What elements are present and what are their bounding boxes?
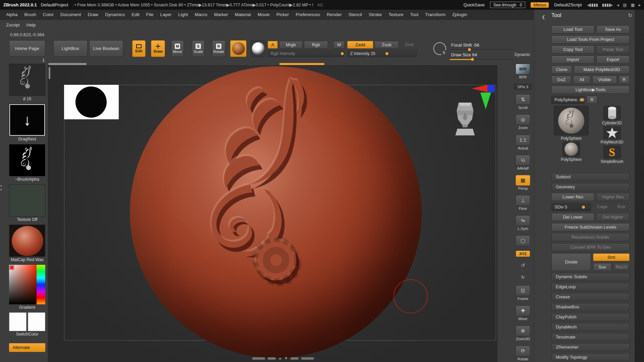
tool-thumbnail[interactable]: [562, 142, 580, 157]
rgb-intensity-slider[interactable]: Rgb Intensity: [268, 50, 344, 57]
del-lower-button[interactable]: Del Lower: [551, 213, 594, 221]
right-shelf-icon[interactable]: ◎: [516, 114, 530, 125]
menu-item[interactable]: Preferences: [292, 12, 324, 17]
mrgb-button[interactable]: Mrgb: [279, 41, 303, 49]
right-shelf-icon[interactable]: BPR: [516, 64, 530, 74]
zadd-button[interactable]: Zadd: [347, 41, 373, 49]
draw-button[interactable]: Draw: [151, 40, 165, 57]
subpalette-header[interactable]: ZRemesher: [551, 343, 630, 351]
lower-res-button[interactable]: Lower Res: [551, 193, 594, 201]
copy-tool-button[interactable]: Copy Tool: [551, 46, 594, 54]
edit-button[interactable]: Edit: [132, 40, 146, 57]
reuv-button[interactable]: ReUV: [613, 263, 630, 271]
stroke-thumbnail[interactable]: ↓: [9, 104, 45, 136]
tool-thumbnail[interactable]: [603, 106, 621, 120]
load-tools-from-project-button[interactable]: Load Tools From Project: [551, 36, 630, 44]
right-shelf-icon[interactable]: ✚: [516, 305, 530, 316]
goz-visible-button[interactable]: Visible: [592, 76, 617, 84]
material-selector[interactable]: MatCap Red Wax: [9, 225, 45, 263]
right-shelf-icon[interactable]: ⟳: [516, 346, 530, 356]
menu-item[interactable]: Draw: [85, 12, 102, 17]
slider-handle[interactable]: [582, 206, 585, 209]
menu-item[interactable]: Material: [231, 12, 254, 17]
slider-handle[interactable]: [341, 52, 344, 55]
right-shelf-button[interactable]: SPix 3: [514, 84, 532, 90]
menus-toggle-button[interactable]: Menus: [531, 2, 549, 8]
move-button[interactable]: M Move: [171, 40, 184, 57]
right-shelf-button[interactable]: 1:1 Actual: [516, 135, 530, 150]
alternate-button[interactable]: Alternate: [9, 343, 45, 352]
menu-item[interactable]: Render: [323, 12, 345, 17]
right-shelf-button[interactable]: ▢: [516, 235, 530, 246]
lightbox-button[interactable]: LightBox: [53, 40, 88, 57]
palette-collapse-icon[interactable]: ❮: [542, 14, 545, 19]
right-shelf-button[interactable]: ⇅ Scroll: [516, 94, 530, 110]
stroke-selector[interactable]: ↓ DragRect: [9, 104, 45, 142]
right-shelf-icon[interactable]: ⊥: [516, 195, 530, 206]
subpalette-header[interactable]: Modify Topology: [551, 353, 630, 361]
texture-thumbnail[interactable]: [9, 184, 45, 217]
subpalette-header[interactable]: ShadowBox: [551, 303, 630, 311]
menu-item[interactable]: Marker: [211, 12, 231, 17]
make-polymesh3d-button[interactable]: Make PolyMesh3D: [574, 66, 630, 74]
brush-thumbnail[interactable]: [9, 64, 45, 96]
right-shelf-icon[interactable]: ⇋: [516, 215, 530, 226]
load-tool-button[interactable]: Load Tool: [551, 25, 594, 34]
menu-item[interactable]: Texture: [385, 12, 407, 17]
color-a-button[interactable]: A: [268, 41, 278, 49]
clone-button[interactable]: Clone: [551, 66, 572, 74]
saturation-value-box[interactable]: [9, 265, 37, 304]
y-axis-arrow-icon[interactable]: [480, 93, 491, 109]
menu-item[interactable]: Tool: [407, 12, 422, 17]
material-thumbnail[interactable]: [9, 225, 45, 257]
window-control-icon[interactable]: ▤: [623, 3, 627, 7]
subpalette-header[interactable]: ClayPolish: [551, 313, 630, 321]
goz-button[interactable]: GoZ: [551, 76, 571, 84]
suv-toggle[interactable]: Suv: [593, 263, 611, 271]
left-tray-collapse-icon[interactable]: ◂◂: [0, 184, 2, 191]
sdiv-slider[interactable]: SDiv 5: [551, 203, 591, 211]
right-shelf-icon[interactable]: 1:1: [516, 135, 530, 145]
picker-mode-label[interactable]: Gradient: [19, 304, 35, 310]
tool-thumbnail[interactable]: S: [603, 145, 621, 159]
import-button[interactable]: Import: [551, 56, 594, 64]
slider-handle[interactable]: [468, 48, 471, 51]
right-shelf-icon[interactable]: ⊡: [516, 285, 530, 296]
z-axis-square-icon[interactable]: [487, 85, 495, 92]
subtool-section-header[interactable]: Subtool: [551, 173, 630, 181]
tool-r-button[interactable]: R: [587, 96, 597, 104]
lightbox-tools-button[interactable]: Lightbox▶Tools: [551, 86, 630, 94]
rotate-button[interactable]: R Rotate: [212, 40, 225, 57]
subpalette-header[interactable]: Crease: [551, 293, 630, 301]
geometry-section-header[interactable]: Geometry: [551, 183, 630, 191]
right-shelf-button[interactable]: ⊡ Frame: [516, 285, 530, 301]
right-shelf-icon[interactable]: ▦: [516, 175, 530, 186]
menu-item[interactable]: Movie: [254, 12, 273, 17]
higher-res-button[interactable]: Higher Res: [596, 193, 630, 201]
texture-selector[interactable]: Texture Off: [9, 184, 45, 223]
smt-toggle[interactable]: Smt: [593, 253, 630, 261]
right-shelf-icon[interactable]: ↻: [518, 274, 528, 281]
active-tool-slider[interactable]: PolySphere. 48: [551, 96, 585, 104]
menu-item[interactable]: Brush: [21, 12, 40, 17]
right-shelf-button[interactable]: ⟳ Rotate: [516, 346, 530, 361]
window-control-icon[interactable]: ▮▮▮▮▸: [602, 3, 613, 7]
freeze-subdivision-button[interactable]: Freeze SubDivision Levels: [551, 223, 630, 231]
subpalette-header[interactable]: EdgeLoop: [551, 283, 630, 291]
hue-bar[interactable]: [37, 265, 45, 304]
color-picker-area[interactable]: [9, 265, 45, 304]
menu-item[interactable]: Alpha: [3, 12, 21, 17]
divide-button[interactable]: Divide: [551, 253, 591, 271]
menu-item[interactable]: Transform: [422, 12, 449, 17]
material-preview-button[interactable]: [251, 40, 266, 57]
save-as-button[interactable]: Save As: [596, 25, 630, 34]
menu-item[interactable]: Color: [40, 12, 57, 17]
window-control-icon[interactable]: ▦: [631, 3, 635, 7]
switch-color-label[interactable]: SwitchColor: [16, 331, 39, 337]
draw-size-slider[interactable]: [450, 59, 514, 60]
subpalette-header[interactable]: Dynamic Subdiv: [551, 273, 630, 281]
rstr-button[interactable]: Rstr: [613, 203, 630, 211]
slider-handle[interactable]: [385, 52, 388, 55]
color-picker[interactable]: Gradient: [9, 265, 45, 310]
main-color-swatch[interactable]: [9, 312, 26, 331]
